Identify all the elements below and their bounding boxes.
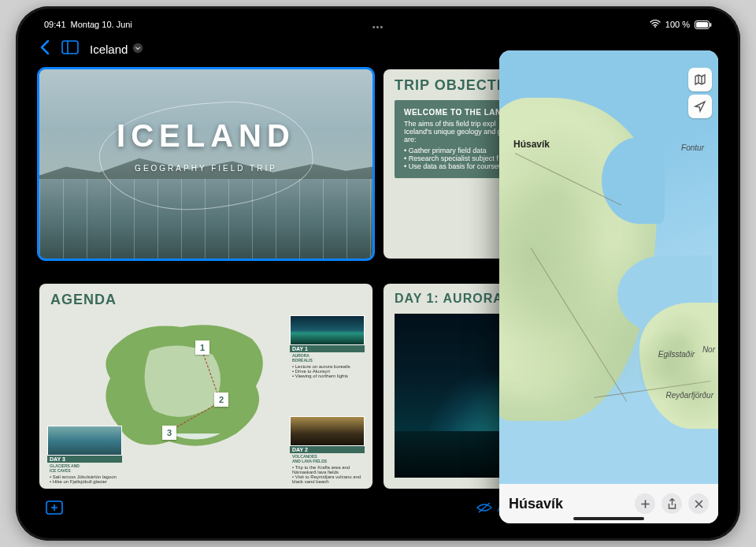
battery-icon xyxy=(695,20,712,30)
day1-sub: AURORA BOREALIS xyxy=(290,352,365,364)
map-label-egilsstadir: Egilsstaðir xyxy=(658,350,695,359)
day1-bullet: Viewing of northern lights xyxy=(292,374,362,378)
map-controls xyxy=(688,68,712,118)
day3-bullet: Hike on Fjallsjökull glacier xyxy=(50,479,120,484)
ipad-frame: 09:41 Montag 10. Juni 100 % ••• xyxy=(16,6,740,541)
map-pin-2: 2 xyxy=(214,393,228,407)
svg-point-0 xyxy=(654,26,656,28)
map-place-title: Húsavík xyxy=(509,496,628,512)
share-place-button[interactable] xyxy=(662,493,682,514)
svg-rect-2 xyxy=(696,22,708,28)
map-canvas[interactable]: Húsavík Fontur Egilsstaðir Reyðarfjörður… xyxy=(499,50,718,484)
status-time: 09:41 xyxy=(44,20,66,29)
day2-sub: VOLCANOES AND LAVA FIELDS xyxy=(290,453,365,465)
locate-me-button[interactable] xyxy=(688,95,712,118)
deck-title-text: Iceland xyxy=(90,43,128,56)
map-mode-button[interactable] xyxy=(688,68,712,91)
slide-thumbnail-1[interactable]: ICELAND GEOGRAPHY FIELD TRIP 1 xyxy=(39,69,372,259)
map-pin-3: 3 xyxy=(162,426,176,440)
close-panel-button[interactable] xyxy=(688,493,709,514)
battery-percent: 100 % xyxy=(665,20,690,29)
day3-label: DAY 3 xyxy=(47,456,122,463)
back-button[interactable] xyxy=(39,39,50,58)
map-pin-1: 1 xyxy=(195,340,209,355)
deck-title[interactable]: Iceland xyxy=(90,43,143,56)
multitask-dots-icon[interactable]: ••• xyxy=(372,22,384,32)
svg-rect-3 xyxy=(710,23,712,27)
day2-bullet: Trip to the Krafla area and Námaskarð la… xyxy=(292,465,362,474)
map-label-reydarfjordur: Reyðarfjörður xyxy=(665,391,713,400)
screen: 09:41 Montag 10. Juni 100 % ••• xyxy=(25,16,731,531)
chevron-down-icon xyxy=(132,43,143,56)
status-date: Montag 10. Juni xyxy=(71,20,132,29)
agenda-card-day3: DAY 3 GLACIERS AND ICE CAVES Sail across… xyxy=(47,426,122,484)
add-slide-button[interactable] xyxy=(46,500,63,515)
slide1-subtitle: GEOGRAPHY FIELD TRIP xyxy=(39,164,372,173)
map-label-nor: Nor xyxy=(702,345,715,354)
slide1-title: ICELAND xyxy=(39,118,372,154)
map-label-fontur: Fontur xyxy=(681,143,704,152)
agenda-card-day1: DAY 1 AURORA BOREALIS Lecture on aurora … xyxy=(290,315,365,378)
add-place-button[interactable] xyxy=(635,493,655,514)
day2-label: DAY 2 xyxy=(290,446,365,453)
slide-thumbnail-3[interactable]: AGENDA 1 2 3 DAY 1 AURORA BOR xyxy=(39,284,372,489)
day2-bullet: Visit to Reynisfjara volcano and black s… xyxy=(292,474,362,484)
slideover-maps[interactable]: Húsavík Fontur Egilsstaðir Reyðarfjörður… xyxy=(499,50,718,523)
svg-rect-4 xyxy=(62,41,78,54)
day3-sub: GLACIERS AND ICE CAVES xyxy=(47,463,122,474)
home-indicator[interactable] xyxy=(573,517,644,520)
map-label-husavik: Húsavík xyxy=(513,139,550,150)
wifi-icon xyxy=(650,20,661,29)
day1-label: DAY 1 xyxy=(290,345,365,352)
svg-point-6 xyxy=(133,43,143,52)
agenda-card-day2: DAY 2 VOLCANOES AND LAVA FIELDS Trip to … xyxy=(290,416,365,484)
slide3-heading: AGENDA xyxy=(39,284,372,310)
day3-bullet: Sail across Jökulsárlón lagoon xyxy=(50,474,120,479)
sidebar-toggle-button[interactable] xyxy=(61,40,79,58)
